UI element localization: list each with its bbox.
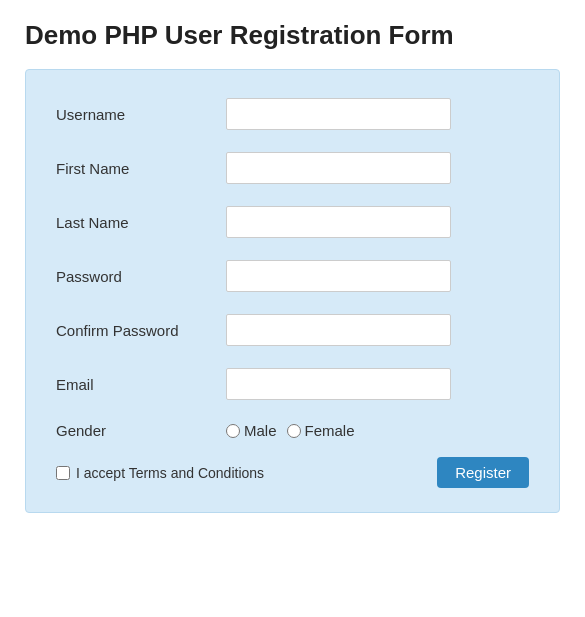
gender-male-label: Male [244,422,277,439]
gender-radio-male[interactable] [226,424,240,438]
terms-label: I accept Terms and Conditions [76,465,264,481]
input-username[interactable] [226,98,451,130]
gender-options: Male Female [226,422,355,439]
input-password[interactable] [226,260,451,292]
gender-female-label: Female [305,422,355,439]
terms-checkbox[interactable] [56,466,70,480]
gender-option-female[interactable]: Female [287,422,355,439]
label-confirm_password: Confirm Password [56,322,226,339]
register-button[interactable]: Register [437,457,529,488]
field-row-username: Username [56,98,529,130]
label-first_name: First Name [56,160,226,177]
label-last_name: Last Name [56,214,226,231]
terms-group: I accept Terms and Conditions [56,465,264,481]
input-first_name[interactable] [226,152,451,184]
label-email: Email [56,376,226,393]
gender-radio-female[interactable] [287,424,301,438]
registration-form: UsernameFirst NameLast NamePasswordConfi… [25,69,560,513]
field-row-password: Password [56,260,529,292]
label-password: Password [56,268,226,285]
label-username: Username [56,106,226,123]
page-title: Demo PHP User Registration Form [25,20,560,51]
input-confirm_password[interactable] [226,314,451,346]
field-row-email: Email [56,368,529,400]
input-last_name[interactable] [226,206,451,238]
bottom-row: I accept Terms and Conditions Register [56,457,529,488]
field-row-first_name: First Name [56,152,529,184]
gender-option-male[interactable]: Male [226,422,277,439]
field-row-last_name: Last Name [56,206,529,238]
input-email[interactable] [226,368,451,400]
gender-label: Gender [56,422,226,439]
field-row-confirm_password: Confirm Password [56,314,529,346]
gender-row: Gender Male Female [56,422,529,439]
